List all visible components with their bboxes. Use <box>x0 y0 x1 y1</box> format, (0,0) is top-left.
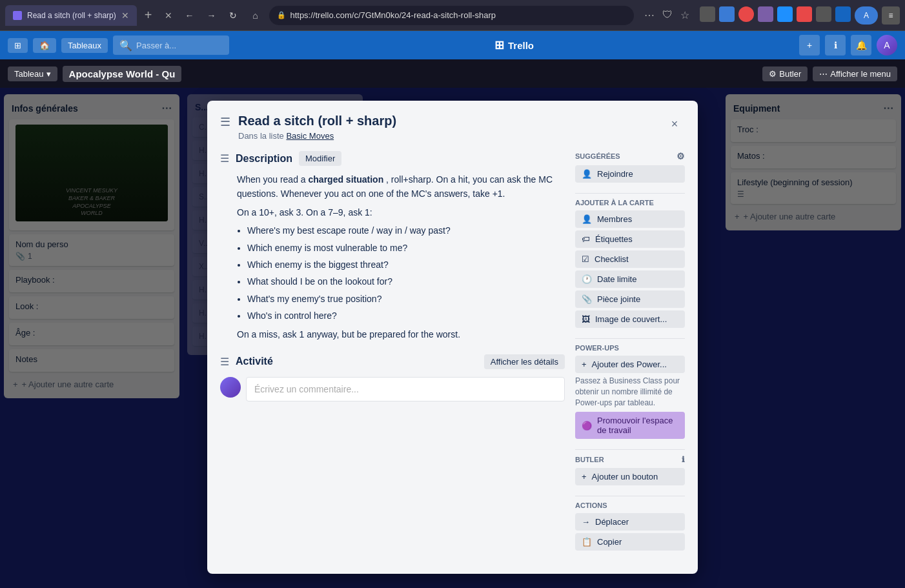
tab-title: Read a sitch (roll + sharp) <box>27 11 116 20</box>
checklist-button[interactable]: ☑ Checklist <box>575 250 685 268</box>
piece-jointe-button[interactable]: 📎 Pièce jointe <box>575 290 685 308</box>
modifier-button[interactable]: Modifier <box>299 151 341 166</box>
desc-bold: charged situation <box>309 174 384 185</box>
ajouter-label: AJOUTER À LA CARTE <box>575 199 685 207</box>
nav-controls: ← → ↻ ⌂ <box>180 6 264 25</box>
deplacer-button[interactable]: → Déplacer <box>575 513 685 531</box>
extension-icon-2[interactable] <box>719 6 735 22</box>
activity-left: ☰ Activité <box>220 356 273 368</box>
sidebar-section-power-ups: POWER-UPS + Ajouter des Power... Passez … <box>575 344 685 439</box>
extension-icon-5[interactable] <box>777 6 793 22</box>
desc-bullet-list: Where's my best escape route / way in / … <box>247 223 565 323</box>
menu-icon[interactable]: ≡ <box>882 6 900 25</box>
etiquettes-button[interactable]: 🏷 Étiquettes <box>575 230 685 248</box>
modal-title-area: Read a sitch (roll + sharp) Dans la list… <box>238 114 656 141</box>
user-comment-avatar <box>220 377 241 398</box>
plus-butler-icon: + <box>582 472 587 482</box>
suggerees-gear-icon[interactable]: ⚙ <box>676 151 685 161</box>
tab-close-button[interactable]: ✕ <box>121 10 129 21</box>
image-couverture-button[interactable]: 🖼 Image de couvert... <box>575 310 685 328</box>
activity-section: ☰ Activité Afficher les détails Écrivez … <box>220 354 565 401</box>
more-options-icon[interactable]: ⋯ <box>644 9 655 21</box>
suggerees-label: SUGGÉRÉES ⚙ <box>575 151 685 161</box>
extension-icon-8[interactable] <box>835 6 851 22</box>
sidebar-section-ajouter: AJOUTER À LA CARTE 👤 Membres 🏷 Étiquette… <box>575 199 685 328</box>
home-nav-button[interactable]: 🏠 <box>33 38 56 53</box>
back-button[interactable]: ← <box>180 6 198 25</box>
trello-right-actions: + ℹ 🔔 A <box>799 35 897 56</box>
desc-para-2: On a 10+, ask 3. On a 7–9, ask 1: <box>237 205 565 219</box>
sidebar-divider-1 <box>575 193 685 194</box>
modal-body: ☰ Description Modifier When you read a c… <box>207 141 698 574</box>
show-details-button[interactable]: Afficher les détails <box>484 354 565 369</box>
tableaux-label: Tableaux <box>68 41 101 50</box>
list-name-link[interactable]: Basic Moves <box>286 131 334 141</box>
trello-app-bar: ⊞ 🏠 Tableaux 🔍 Passer à... ⊞ Trello + ℹ … <box>0 31 905 59</box>
dots-icon: ⋯ <box>819 69 828 79</box>
label-icon: 🏷 <box>582 234 590 244</box>
promouvoir-button[interactable]: 🟣 Promouvoir l'espace de travail <box>575 412 685 439</box>
trello-logo-center: ⊞ Trello <box>234 38 794 52</box>
activity-title: Activité <box>236 356 273 367</box>
comment-area: Écrivez un commentaire... <box>220 377 565 401</box>
apps-button[interactable]: ⊞ <box>8 38 28 53</box>
notification-button[interactable]: 🔔 <box>851 35 871 56</box>
profile-avatar[interactable]: A <box>855 6 878 25</box>
checklist-icon: ☑ <box>582 254 589 264</box>
membres-icon: 👤 <box>582 214 592 224</box>
copier-button[interactable]: 📋 Copier <box>575 533 685 551</box>
description-body: When you read a charged situation , roll… <box>220 172 565 341</box>
afficher-menu-button[interactable]: ⋯ Afficher le menu <box>813 66 897 81</box>
promote-icon: 🟣 <box>582 421 592 431</box>
user-avatar[interactable]: A <box>877 35 897 56</box>
bullet-2: Which enemy is most vulnerable to me? <box>247 241 565 255</box>
board-title[interactable]: Apocalypse World - Qu <box>63 66 182 82</box>
home-button[interactable]: ⌂ <box>246 6 264 25</box>
extension-icon-7[interactable] <box>816 6 831 22</box>
sidebar-divider-2 <box>575 338 685 339</box>
sidebar-section-actions: ACTIONS → Déplacer 📋 Copier <box>575 502 685 551</box>
extension-icon-3[interactable] <box>738 6 754 22</box>
butler-button[interactable]: ⚙ Butler <box>762 66 808 81</box>
tableau-label: Tableau <box>14 69 44 79</box>
comment-input-field[interactable]: Écrivez un commentaire... <box>246 377 565 401</box>
active-tab[interactable]: Read a sitch (roll + sharp) ✕ <box>5 5 137 26</box>
date-limite-button[interactable]: 🕐 Date limite <box>575 270 685 288</box>
info-button[interactable]: ℹ <box>825 35 846 56</box>
board-header-right: ⚙ Butler ⋯ Afficher le menu <box>762 66 897 81</box>
modal-sidebar: SUGGÉRÉES ⚙ 👤 Rejoindre AJOUTER À LA CAR… <box>575 151 685 561</box>
copy-icon: 📋 <box>582 537 592 547</box>
extension-icon-4[interactable] <box>758 6 773 22</box>
bullet-1: Where's my best escape route / way in / … <box>247 223 565 238</box>
ajouter-power-button[interactable]: + Ajouter des Power... <box>575 356 685 373</box>
bullet-5: What's my enemy's true position? <box>247 292 565 306</box>
tableaux-button[interactable]: Tableaux <box>61 38 108 53</box>
desc-para-1: When you read a charged situation , roll… <box>237 172 565 201</box>
forward-button[interactable]: → <box>202 6 220 25</box>
ajouter-bouton-button[interactable]: + Ajouter un bouton <box>575 468 685 485</box>
desc-text-1: When you read a <box>237 174 306 185</box>
butler-icon: ⚙ <box>769 69 777 79</box>
refresh-button[interactable]: ↻ <box>224 6 242 25</box>
image-icon: 🖼 <box>582 314 590 324</box>
power-ups-label: POWER-UPS <box>575 344 685 352</box>
board-layout: Infos générales ⋯ VINCENT MESUKYBAKER & … <box>0 88 905 588</box>
tableau-dropdown[interactable]: Tableau ▾ <box>8 66 57 81</box>
paperclip-icon: 📎 <box>582 294 592 304</box>
card-modal: ☰ Read a sitch (roll + sharp) Dans la li… <box>207 101 698 574</box>
extension-icon-6[interactable] <box>797 6 812 22</box>
butler-info-icon[interactable]: ℹ <box>682 455 685 464</box>
butler-section-label: BUTLER ℹ <box>575 455 685 464</box>
card-type-icon: ☰ <box>220 115 230 129</box>
modal-close-button[interactable]: × <box>664 114 685 134</box>
membres-button[interactable]: 👤 Membres <box>575 210 685 228</box>
search-input[interactable]: 🔍 Passer à... <box>113 35 229 55</box>
plus-button[interactable]: + <box>799 35 820 56</box>
comment-placeholder: Écrivez un commentaire... <box>254 384 359 394</box>
new-tab-button[interactable]: + <box>139 8 158 23</box>
star-icon[interactable]: ☆ <box>680 9 689 21</box>
modal-main-content: ☰ Description Modifier When you read a c… <box>220 151 565 561</box>
rejoindre-button[interactable]: 👤 Rejoindre <box>575 165 685 183</box>
address-bar[interactable]: 🔒 https://trello.com/c/7GtMn0ko/24-read-… <box>269 6 634 25</box>
extension-icon-1[interactable] <box>700 6 715 22</box>
